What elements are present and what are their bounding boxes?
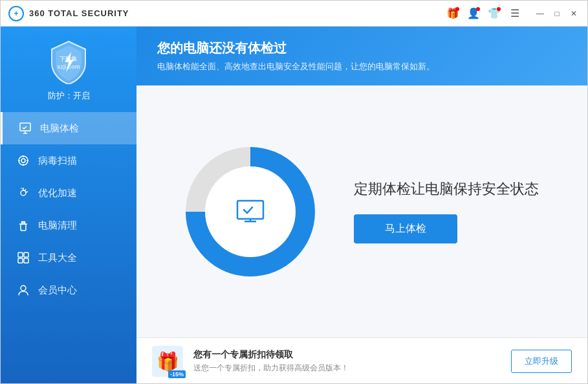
- title-bar: + 360 TOTAL SECURITY 🎁 👤 👕 ☰ — □ ✕: [1, 1, 587, 27]
- nav-label-tools: 工具大全: [38, 252, 77, 264]
- nav-label-optimize: 优化加速: [38, 187, 77, 199]
- svg-point-3: [19, 156, 28, 165]
- sidebar-item-computer-check[interactable]: 电脑体检: [1, 112, 136, 144]
- sidebar-item-clean[interactable]: 电脑清理: [1, 209, 136, 242]
- discount-badge: -15%: [168, 370, 186, 378]
- check-now-button[interactable]: 马上体检: [354, 214, 457, 243]
- footer-promo-title: 您有一个专属折扣待领取: [193, 349, 501, 361]
- svg-rect-16: [24, 258, 28, 263]
- title-bar-actions: 🎁 👤 👕 ☰ — □ ✕: [446, 7, 580, 20]
- nav-label-computer-check: 电脑体检: [40, 122, 79, 135]
- nav-label-clean: 电脑清理: [38, 220, 77, 232]
- logo-icon: +: [8, 6, 24, 21]
- svg-rect-15: [18, 258, 23, 263]
- donut-chart: [186, 147, 315, 277]
- sidebar-item-member[interactable]: 会员中心: [1, 274, 136, 306]
- main-layout: 下载集xzji.com 防护：开启 电脑体检: [1, 27, 587, 384]
- optimize-icon: [16, 186, 30, 200]
- svg-point-4: [21, 159, 25, 163]
- right-panel: 定期体检让电脑保持安全状态 马上体检: [354, 179, 539, 243]
- svg-rect-14: [24, 253, 28, 257]
- minimize-button[interactable]: —: [534, 8, 546, 19]
- donut-inner: [186, 147, 315, 277]
- upgrade-button[interactable]: 立即升级: [511, 350, 572, 373]
- menu-icon[interactable]: ☰: [508, 7, 521, 20]
- virus-scan-icon: [16, 153, 30, 168]
- gift-icon[interactable]: 🎁: [446, 7, 459, 20]
- clean-icon: [16, 218, 30, 232]
- donut-center-icon: [234, 196, 267, 228]
- user-icon[interactable]: 👤: [467, 7, 480, 20]
- header-title: 您的电脑还没有体检过: [157, 40, 567, 57]
- maximize-button[interactable]: □: [551, 8, 563, 19]
- app-name: 360 TOTAL SECURITY: [29, 8, 129, 18]
- sidebar-shield-logo: 下载集xzji.com: [46, 40, 91, 85]
- nav-label-member: 会员中心: [38, 284, 77, 297]
- sidebar-item-virus-scan[interactable]: 病毒扫描: [1, 144, 136, 177]
- sidebar-status: 防护：开启: [11, 90, 126, 102]
- computer-check-icon: [18, 121, 32, 135]
- right-title: 定期体检让电脑保持安全状态: [354, 179, 539, 199]
- window-controls: — □ ✕: [534, 8, 580, 19]
- content-area: 您的电脑还没有体检过 电脑体检能全面、高效地查出电脑安全及性能问题，让您的电脑常…: [136, 27, 587, 384]
- sidebar-header: 下载集xzji.com 防护：开启: [1, 27, 136, 112]
- app-logo: + 360 TOTAL SECURITY: [8, 6, 129, 21]
- svg-rect-10: [21, 224, 26, 231]
- sidebar: 下载集xzji.com 防护：开启 电脑体检: [1, 27, 136, 384]
- svg-point-17: [21, 286, 26, 291]
- tools-icon: [16, 251, 30, 265]
- watermark: 下载集xzji.com: [57, 55, 80, 70]
- footer-text-area: 您有一个专属折扣待领取 送您一个专属折扣，助力获得高级会员版本！: [193, 349, 501, 374]
- header-banner: 您的电脑还没有体检过 电脑体检能全面、高效地查出电脑安全及性能问题，让您的电脑常…: [136, 27, 587, 85]
- svg-rect-13: [18, 253, 23, 257]
- member-icon: [16, 283, 30, 297]
- sidebar-item-tools[interactable]: 工具大全: [1, 242, 136, 274]
- shirt-icon[interactable]: 👕: [488, 7, 501, 20]
- sidebar-item-optimize[interactable]: 优化加速: [1, 177, 136, 209]
- header-subtitle: 电脑体检能全面、高效地查出电脑安全及性能问题，让您的电脑常保如新。: [157, 61, 567, 73]
- nav-label-virus-scan: 病毒扫描: [38, 155, 77, 167]
- footer-promo-subtitle: 送您一个专属折扣，助力获得高级会员版本！: [193, 363, 501, 374]
- center-content: 定期体检让电脑保持安全状态 马上体检: [136, 85, 587, 337]
- footer-banner: 🎁 -15% 您有一个专属折扣待领取 送您一个专属折扣，助力获得高级会员版本！ …: [136, 337, 587, 384]
- close-button[interactable]: ✕: [568, 8, 580, 19]
- svg-point-9: [21, 190, 26, 196]
- sidebar-nav: 电脑体检 病毒扫描: [1, 112, 136, 384]
- footer-gift-icon: 🎁 -15%: [152, 346, 183, 377]
